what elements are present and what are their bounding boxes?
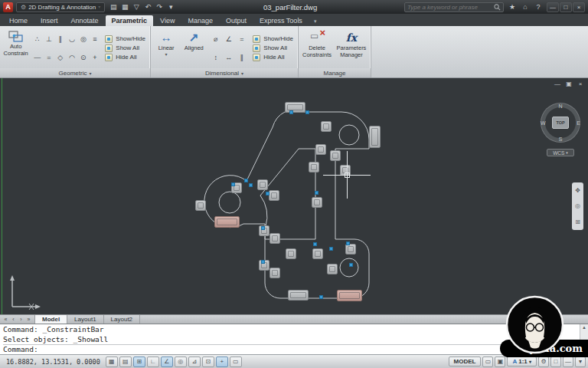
- save-icon[interactable]: ▦: [119, 2, 130, 12]
- status-toggle-osnap[interactable]: ◎: [175, 356, 187, 367]
- quick-view-layouts-button[interactable]: ▣: [495, 356, 505, 367]
- constraint-badge[interactable]: [286, 248, 296, 259]
- open-icon[interactable]: ▤: [108, 2, 119, 12]
- parameters-manager-button[interactable]: fx Parameters Manager: [334, 28, 369, 68]
- dimensional-constraint-icon[interactable]: ⌀: [209, 30, 222, 48]
- geometric-constraint-icon[interactable]: =: [43, 48, 54, 67]
- qat-more-icon[interactable]: ▾: [165, 2, 176, 12]
- layout-nav-arrow[interactable]: ‹: [10, 317, 17, 322]
- status-toggle-lwt[interactable]: ▭: [230, 356, 242, 367]
- delete-constraints-button[interactable]: ▭ × Delete Constraints: [300, 28, 334, 68]
- close-button[interactable]: ×: [573, 2, 585, 12]
- status-toggle-dyn[interactable]: +: [216, 356, 228, 367]
- constraint-badge[interactable]: [285, 102, 305, 113]
- geometric-constraint-icon[interactable]: ◎: [77, 30, 89, 48]
- status-toggle-otrack[interactable]: ⊿: [188, 356, 201, 367]
- geometric-show-all-button[interactable]: Show All: [105, 44, 145, 52]
- layout-tab-model[interactable]: Model: [35, 315, 67, 324]
- geometric-constraint-icon[interactable]: ◡: [66, 30, 77, 48]
- tab-express-tools[interactable]: Express Tools: [253, 15, 309, 26]
- workspace-switcher[interactable]: ⚙ 2D Drafting & Annotation ▾: [16, 2, 105, 12]
- model-space-button[interactable]: MODEL: [449, 356, 482, 366]
- constraint-badge[interactable]: [257, 179, 268, 190]
- viewcube-west[interactable]: W: [541, 120, 546, 126]
- geometric-constraint-icon[interactable]: ◠: [66, 48, 77, 67]
- undo-icon[interactable]: ↶: [142, 2, 153, 12]
- status-toggle-polar[interactable]: ∠: [161, 356, 173, 367]
- lock-button[interactable]: □: [550, 356, 561, 367]
- cleanscreen-button[interactable]: —: [563, 356, 573, 367]
- zoom-tool-icon[interactable]: ⊞: [575, 219, 580, 225]
- constraint-badge[interactable]: [330, 150, 341, 161]
- dimensional-hide-all-button[interactable]: Hide All: [253, 54, 293, 61]
- orbit-tool-icon[interactable]: ◎: [575, 202, 580, 209]
- constraint-badge[interactable]: [369, 126, 381, 148]
- annotation-scale-button[interactable]: A 1:1 ▾: [507, 356, 537, 366]
- drawing-minimize-button[interactable]: —: [553, 80, 562, 87]
- constraint-badge[interactable]: [315, 144, 326, 155]
- wcs-dropdown[interactable]: WCS ▾: [547, 149, 574, 156]
- layout-tab-layout1[interactable]: Layout1: [67, 315, 103, 324]
- constraint-badge[interactable]: [337, 290, 362, 301]
- geometric-constraint-icon[interactable]: ◇: [54, 48, 66, 67]
- status-toggle-ducs[interactable]: ⊡: [202, 356, 214, 367]
- pan-tool-icon[interactable]: ✥: [575, 187, 580, 194]
- constraint-badge[interactable]: [345, 244, 356, 255]
- redo-icon[interactable]: ↷: [154, 2, 165, 12]
- model-space-canvas[interactable]: —▣× TOP N S W E WCS ▾ ✥◎⊞: [0, 78, 588, 314]
- panel-label-geometric[interactable]: Geometric▾: [0, 68, 150, 77]
- layout-nav-arrow[interactable]: »: [25, 317, 32, 322]
- command-line[interactable]: Command:: [3, 344, 577, 353]
- constraint-badge[interactable]: [269, 190, 279, 201]
- auto-constrain-button[interactable]: Auto Constrain: [2, 28, 30, 68]
- drawing-close-button[interactable]: ×: [576, 80, 585, 87]
- viewcube-south[interactable]: S: [559, 136, 563, 142]
- linear-dropdown-arrow-icon[interactable]: ▾: [165, 52, 168, 57]
- geometric-constraint-icon[interactable]: ≡: [89, 30, 100, 48]
- help-search-box[interactable]: [404, 2, 504, 12]
- status-toggle-infer[interactable]: ▦: [106, 356, 118, 367]
- viewcube-top-face[interactable]: TOP: [552, 117, 569, 129]
- dimensional-constraint-icon[interactable]: ∥: [235, 48, 248, 67]
- geometric-constraint-icon[interactable]: ―: [31, 48, 43, 67]
- constraint-badge[interactable]: [312, 197, 322, 208]
- status-toggle-ortho[interactable]: ∟: [147, 356, 159, 367]
- model-space-button[interactable]: ▭: [482, 356, 493, 367]
- geometric-constraint-icon[interactable]: ∥: [54, 30, 66, 48]
- constraint-badge[interactable]: [312, 248, 323, 259]
- viewcube[interactable]: TOP N S W E: [539, 101, 582, 144]
- tab-parametric[interactable]: Parametric: [106, 15, 154, 26]
- search-input[interactable]: [407, 4, 492, 11]
- tab-view[interactable]: View: [154, 15, 181, 26]
- linear-dimension-button[interactable]: ↔ Linear ▾: [152, 28, 180, 68]
- constraint-badge[interactable]: [270, 268, 280, 278]
- communication-center-icon[interactable]: ⌂: [520, 2, 531, 12]
- geometric-constraint-icon[interactable]: ⊥: [43, 30, 54, 48]
- plot-icon[interactable]: ▽: [131, 2, 142, 12]
- aligned-dimension-button[interactable]: ↗ Aligned: [180, 28, 207, 68]
- tab-insert[interactable]: Insert: [34, 15, 64, 26]
- tab-overflow-arrow-icon[interactable]: ▾: [312, 17, 319, 26]
- dimensional-constraint-icon[interactable]: =: [235, 30, 248, 48]
- tab-manage[interactable]: Manage: [181, 15, 219, 26]
- geometric-constraint-icon[interactable]: ⊙: [77, 48, 89, 67]
- restore-button[interactable]: □: [560, 2, 572, 12]
- dimensional-constraint-icon[interactable]: ↕: [209, 48, 222, 67]
- viewcube-east[interactable]: E: [577, 120, 580, 126]
- scroll-up-icon[interactable]: ▲: [582, 325, 586, 330]
- tab-output[interactable]: Output: [220, 15, 253, 26]
- workspace-switch-button[interactable]: ⚙: [538, 356, 549, 367]
- constraint-badge[interactable]: [288, 290, 309, 301]
- constraint-badge[interactable]: [270, 233, 280, 244]
- dimensional-constraint-icon[interactable]: ∠: [222, 30, 235, 48]
- dimensional-show-hide-button[interactable]: Show/Hide: [253, 35, 293, 43]
- constraint-badge[interactable]: [195, 200, 206, 211]
- layout-nav-arrow[interactable]: «: [2, 317, 9, 322]
- minimize-button[interactable]: —: [547, 2, 559, 12]
- status-toggle-grid[interactable]: ⊞: [133, 356, 145, 367]
- help-icon[interactable]: ?: [533, 2, 544, 12]
- status-menu-button[interactable]: ▾: [575, 356, 586, 367]
- constraint-badge[interactable]: [309, 162, 319, 172]
- layout-tab-layout2[interactable]: Layout2: [104, 315, 140, 324]
- layout-nav-arrow[interactable]: ›: [18, 317, 24, 322]
